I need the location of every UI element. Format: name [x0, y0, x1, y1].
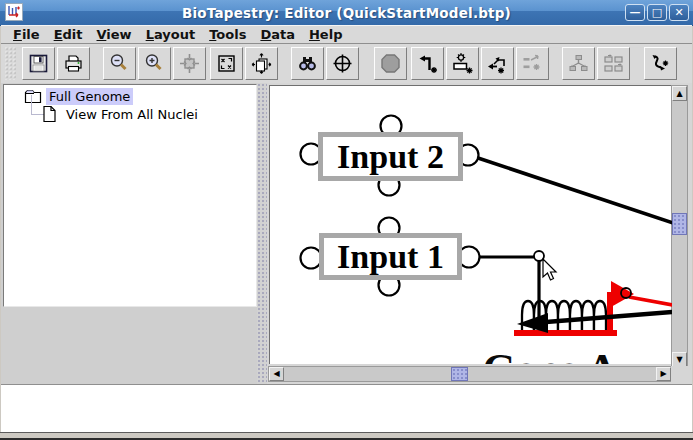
close-button[interactable]: ✕	[669, 4, 689, 21]
document-icon	[42, 105, 57, 123]
status-bar	[1, 384, 692, 433]
scroll-up-button[interactable]: ▲	[672, 86, 687, 101]
search-button[interactable]	[291, 47, 324, 80]
menu-layout[interactable]: Layout	[144, 27, 198, 42]
menu-help[interactable]: Help	[307, 27, 344, 42]
window-title: BioTapestry: Editor (QuickStartModel.btp…	[0, 5, 693, 21]
network-modules-button	[597, 47, 630, 80]
add-link-button[interactable]	[411, 47, 444, 80]
zoom-out-button[interactable]	[103, 47, 136, 80]
zoom-to-model-button	[173, 47, 206, 80]
horizontal-scrollbar[interactable]: ◀ ▶	[268, 366, 672, 382]
scroll-down-button[interactable]: ▼	[672, 352, 687, 367]
titlebar[interactable]: BioTapestry: Editor (QuickStartModel.btp…	[0, 0, 693, 26]
zoom-to-all-models-button[interactable]	[210, 47, 243, 80]
draw-curved-link-button[interactable]	[644, 47, 677, 80]
cancel-add-button	[374, 47, 407, 80]
mouse-cursor	[270, 86, 672, 364]
add-gene-icon	[451, 52, 474, 75]
add-gene-button[interactable]	[446, 47, 479, 80]
center-on-model-button[interactable]	[326, 47, 359, 80]
split-pane-divider[interactable]	[257, 83, 267, 384]
toolbar	[1, 44, 692, 84]
tree-item-view-from-all-nuclei[interactable]: View From All Nuclei	[42, 105, 201, 123]
network-modules-icon	[602, 52, 625, 75]
menu-view[interactable]: View	[95, 27, 134, 42]
zoom-to-current-model-button[interactable]	[245, 47, 278, 80]
scrollbar-corner	[671, 366, 692, 384]
vertical-scroll-thumb[interactable]	[672, 213, 687, 235]
scroll-left-button[interactable]: ◀	[269, 367, 284, 381]
model-hierarchy-button	[562, 47, 595, 80]
model-tree-panel: Full Genome View From All Nuclei	[3, 84, 257, 307]
minimize-button[interactable]: —	[625, 4, 645, 21]
biotapestry-window: BioTapestry: Editor (QuickStartModel.btp…	[0, 0, 693, 440]
stop-icon	[379, 52, 402, 75]
search-binoculars-icon	[296, 52, 319, 75]
tree-item-label[interactable]: View From All Nuclei	[63, 106, 201, 123]
menu-data[interactable]: Data	[258, 27, 297, 42]
center-crosshair-icon	[331, 52, 354, 75]
maximize-button[interactable]: □	[647, 4, 667, 21]
save-button[interactable]	[22, 47, 55, 80]
hierarchy-icon	[567, 52, 590, 75]
add-node-icon	[486, 52, 509, 75]
add-module-link-icon	[521, 52, 544, 75]
draw-curved-link-icon	[649, 52, 672, 75]
menu-edit[interactable]: Edit	[52, 27, 85, 42]
add-link-icon	[416, 52, 439, 75]
add-node-button[interactable]	[481, 47, 514, 80]
zoom-to-model-icon	[178, 52, 201, 75]
horizontal-scroll-thumb[interactable]	[451, 367, 468, 381]
zoom-in-button[interactable]	[138, 47, 171, 80]
print-button[interactable]	[57, 47, 90, 80]
print-icon	[62, 52, 85, 75]
window-bottom-border	[0, 432, 693, 440]
tree-item-label[interactable]: Full Genome	[46, 88, 133, 105]
vertical-scrollbar[interactable]: ▲ ▼	[671, 85, 688, 368]
menu-file[interactable]: File	[11, 27, 42, 42]
zoom-to-current-model-icon	[250, 52, 273, 75]
toolbar-drag-handle[interactable]	[4, 46, 17, 80]
scroll-right-button[interactable]: ▶	[656, 367, 671, 381]
add-module-link-button	[516, 47, 549, 80]
main-area: Full Genome View From All Nuclei	[1, 83, 692, 384]
save-icon	[27, 52, 50, 75]
menu-tools[interactable]: Tools	[207, 27, 248, 42]
zoom-in-icon	[143, 52, 166, 75]
canvas-pane: Input 2 Input 1 Gene A ▲ ▼ ◀	[267, 83, 692, 384]
zoom-out-icon	[108, 52, 131, 75]
zoom-to-all-models-icon	[215, 52, 238, 75]
menubar: File Edit View Layout Tools Data Help	[1, 25, 692, 44]
network-canvas[interactable]: Input 2 Input 1 Gene A	[269, 85, 672, 364]
